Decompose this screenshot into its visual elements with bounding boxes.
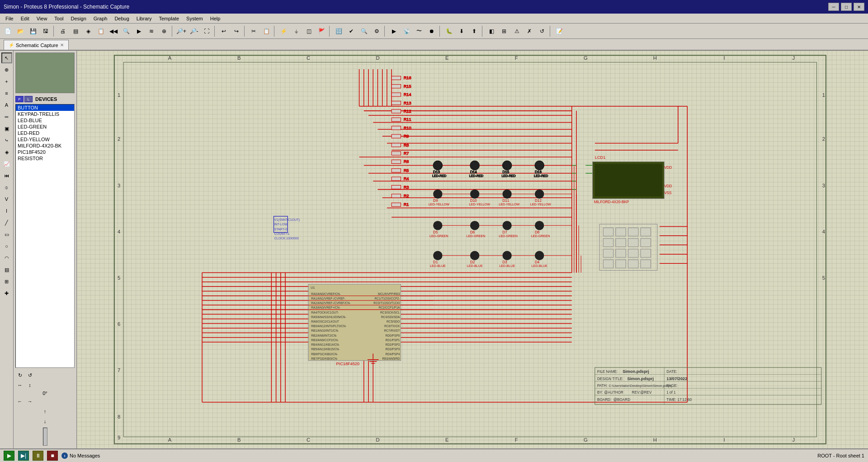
current-probe[interactable]: I	[1, 205, 12, 216]
device-pic18f4520[interactable]: PIC18F4520	[16, 149, 74, 155]
pan-left-button[interactable]: ←	[15, 397, 24, 406]
netlist-button[interactable]: ≋	[146, 25, 157, 37]
canvas-area[interactable]: A B C D E F G H I J 1 2 3 4 5 6 7 8 9 1 …	[77, 51, 868, 448]
open-button[interactable]: 📂	[14, 25, 26, 37]
subcircuit-tool[interactable]: ▣	[1, 123, 12, 134]
zoom-full-button[interactable]: ⛶	[201, 25, 212, 37]
menu-system[interactable]: System	[183, 15, 207, 22]
pcb-button[interactable]: ⊕	[158, 25, 170, 37]
menu-file[interactable]: File	[2, 15, 17, 22]
search-button[interactable]: 🔍	[358, 25, 370, 37]
live-sim-button[interactable]: ▶	[133, 25, 145, 37]
step-button[interactable]: ▶|	[18, 451, 29, 461]
save-button[interactable]: 💾	[27, 25, 39, 37]
menu-template[interactable]: Template	[155, 15, 183, 22]
rotate-ccw-button[interactable]: ↺	[25, 371, 34, 380]
load-button[interactable]: ⬇	[456, 25, 467, 37]
rect-tool[interactable]: ▭	[1, 229, 12, 240]
redo-button[interactable]: ↪	[231, 25, 242, 37]
stop-button[interactable]: ■	[47, 451, 58, 461]
menu-view[interactable]: View	[33, 15, 51, 22]
menu-design[interactable]: Design	[67, 15, 90, 22]
panel-l-button[interactable]: L	[24, 96, 33, 102]
annotate-button[interactable]: 🔢	[333, 25, 344, 37]
bus-tool[interactable]: ═	[1, 111, 12, 122]
maximize-button[interactable]: □	[841, 3, 852, 11]
mirror-v-button[interactable]: ↕	[25, 381, 34, 390]
component-tool[interactable]: ⊕	[1, 64, 12, 75]
cut-button[interactable]: ✂	[248, 25, 259, 37]
graph-tool[interactable]: 📈	[1, 158, 12, 169]
circle-tool[interactable]: ○	[1, 241, 12, 252]
comp-button[interactable]: ⊞	[498, 25, 510, 37]
copy-button[interactable]: 📋	[260, 25, 272, 37]
save-all-button[interactable]: 🖫	[40, 25, 52, 37]
schematic-capture-tab[interactable]: ⚡ Schematic Capture ✕	[4, 40, 69, 50]
device-pin-tool[interactable]: ◈	[1, 147, 12, 157]
device-led-green[interactable]: LED-GREEN	[16, 124, 74, 130]
probe-button[interactable]: 📡	[401, 25, 412, 37]
error-button[interactable]: ⚠	[511, 25, 523, 37]
layer-mgr-button[interactable]: ◧	[486, 25, 497, 37]
marker-tool[interactable]: ✚	[1, 288, 12, 299]
zoom-in-button[interactable]: 🔎+	[175, 25, 187, 37]
junction-tool[interactable]: +	[1, 76, 12, 87]
pan-up-button[interactable]: ↑	[41, 407, 50, 416]
property-button[interactable]: ⚙	[371, 25, 382, 37]
pan-right-button[interactable]: →	[25, 397, 34, 406]
zoom-fit-button[interactable]: 🔍	[120, 25, 132, 37]
menu-help[interactable]: Help	[207, 15, 224, 22]
terminal-tool[interactable]: ⤷	[1, 135, 12, 146]
undo-button[interactable]: ↩	[218, 25, 230, 37]
place-power-button[interactable]: ⚡	[278, 25, 289, 37]
device-milford[interactable]: MILFORD-4X20-BK	[16, 143, 74, 149]
label-tool[interactable]: ≡	[1, 88, 12, 99]
generator-tool[interactable]: ⌽	[1, 182, 12, 193]
close-button[interactable]: ✕	[854, 3, 864, 11]
new-button[interactable]: 📄	[2, 25, 14, 37]
select-tool[interactable]: ↖	[1, 52, 12, 63]
netflag-button[interactable]: 🚩	[316, 25, 327, 37]
menu-tool[interactable]: Tool	[51, 15, 67, 22]
prev-button[interactable]: ◀◀	[108, 25, 119, 37]
menu-edit[interactable]: Edit	[17, 15, 33, 22]
tab-close-button[interactable]: ✕	[60, 43, 64, 48]
vertical-scroll[interactable]	[43, 428, 47, 446]
device-led-blue[interactable]: LED-BLUE	[16, 117, 74, 124]
menu-graph[interactable]: Graph	[90, 15, 111, 22]
tape-tool[interactable]: ⏮	[1, 170, 12, 181]
upload-button[interactable]: ⬆	[468, 25, 480, 37]
tape-button[interactable]: ⏺	[426, 25, 438, 37]
minimize-button[interactable]: ─	[828, 3, 839, 11]
menu-debug[interactable]: Debug	[111, 15, 132, 22]
symbol-tool[interactable]: ⊞	[1, 276, 12, 287]
run-button[interactable]: ▶	[4, 451, 14, 461]
menu-library[interactable]: Library	[133, 15, 156, 22]
check-button[interactable]: ✔	[345, 25, 357, 37]
print-button[interactable]: 🖨	[57, 25, 69, 37]
layers-button[interactable]: ▤	[70, 25, 81, 37]
pause-button[interactable]: ⏸	[33, 451, 43, 461]
line-tool[interactable]: ╱	[1, 217, 12, 228]
device-led-yellow[interactable]: LED-YELLOW	[16, 136, 74, 143]
script-button[interactable]: 📝	[553, 25, 565, 37]
mirror-h-button[interactable]: ↔	[15, 381, 24, 390]
netcheck-button[interactable]: ✗	[524, 25, 535, 37]
device-keypad-trellis[interactable]: KEYPAD-TRELLIS	[16, 111, 74, 117]
device-led-red[interactable]: LED-RED	[16, 130, 74, 136]
scope-button[interactable]: 〜	[413, 25, 425, 37]
3d-button[interactable]: ◈	[82, 25, 94, 37]
textbox-tool[interactable]: ▤	[1, 264, 12, 275]
pan-down-button[interactable]: ↓	[41, 417, 50, 426]
text-tool[interactable]: A	[1, 100, 12, 110]
refresh-button[interactable]: ↺	[536, 25, 548, 37]
device-resistor[interactable]: RESISTOR	[16, 155, 74, 162]
arc-tool[interactable]: ◠	[1, 252, 12, 263]
device-button[interactable]: BUTTON	[16, 105, 74, 111]
zoom-out-button[interactable]: 🔎-	[188, 25, 200, 37]
voltage-probe[interactable]: V	[1, 194, 12, 205]
place-netport-button[interactable]: ◫	[303, 25, 315, 37]
simulate-button[interactable]: ▶	[388, 25, 400, 37]
bom-button[interactable]: 📋	[95, 25, 107, 37]
place-gnd-button[interactable]: ⏚	[290, 25, 302, 37]
